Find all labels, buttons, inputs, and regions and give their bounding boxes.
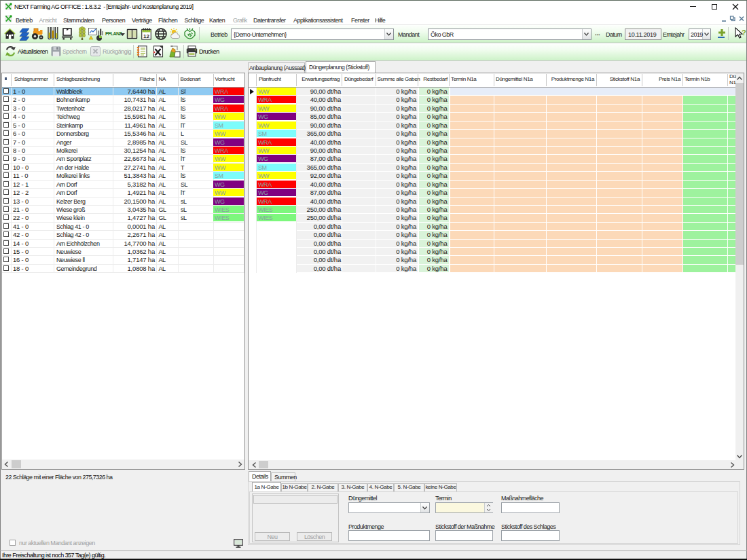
svg-text:12: 12 xyxy=(143,33,149,39)
svg-text:?: ? xyxy=(742,29,746,37)
